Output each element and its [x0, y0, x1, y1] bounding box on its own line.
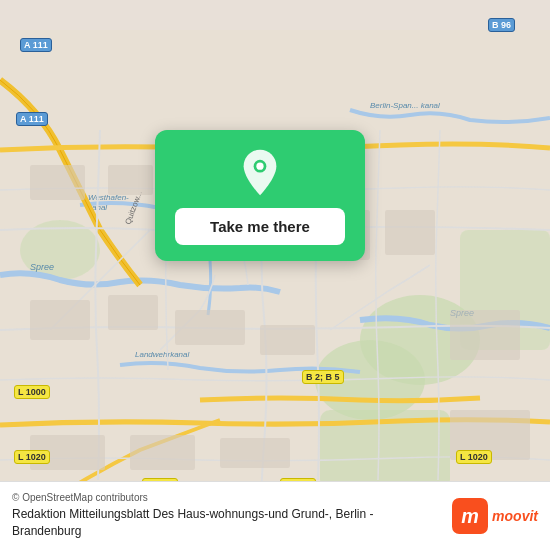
svg-rect-18: [108, 295, 158, 330]
road-badge-b96: B 96: [488, 18, 515, 32]
map-background: Spree Spree Westhafen- kanal Landwehrkan…: [0, 0, 550, 550]
road-badge-l1000: L 1000: [14, 385, 50, 399]
svg-rect-22: [385, 210, 435, 255]
svg-point-30: [256, 163, 263, 170]
svg-text:Berlin-Span... kanal: Berlin-Span... kanal: [370, 101, 440, 110]
svg-rect-16: [108, 165, 153, 195]
map-container: Spree Spree Westhafen- kanal Landwehrkan…: [0, 0, 550, 550]
navigation-card: Take me there: [155, 130, 365, 261]
take-me-there-button[interactable]: Take me there: [175, 208, 345, 245]
road-badge-a111-left: A 111: [16, 112, 48, 126]
location-name: Redaktion Mitteilungsblatt Des Haus-wohn…: [12, 506, 442, 540]
svg-rect-19: [175, 310, 245, 345]
moovit-icon: m: [452, 498, 488, 534]
svg-text:Landwehrkanal: Landwehrkanal: [135, 350, 189, 359]
osm-credit: © OpenStreetMap contributors: [12, 492, 442, 503]
svg-rect-25: [220, 438, 290, 468]
svg-rect-15: [30, 165, 85, 200]
svg-rect-26: [450, 310, 520, 360]
road-badge-b2b5: B 2; B 5: [302, 370, 344, 384]
location-info: © OpenStreetMap contributors Redaktion M…: [12, 492, 442, 540]
road-badge-a111-top: A 111: [20, 38, 52, 52]
svg-rect-20: [260, 325, 315, 355]
moovit-brand-text: moovit: [492, 508, 538, 524]
svg-rect-17: [30, 300, 90, 340]
map-pin-icon: [235, 148, 285, 198]
svg-rect-24: [130, 435, 195, 470]
svg-text:m: m: [461, 505, 479, 527]
road-badge-l1020-left: L 1020: [14, 450, 50, 464]
info-bar: © OpenStreetMap contributors Redaktion M…: [0, 481, 550, 550]
road-badge-l1020-right: L 1020: [456, 450, 492, 464]
moovit-logo: m moovit: [452, 498, 538, 534]
svg-text:Spree: Spree: [30, 262, 54, 272]
